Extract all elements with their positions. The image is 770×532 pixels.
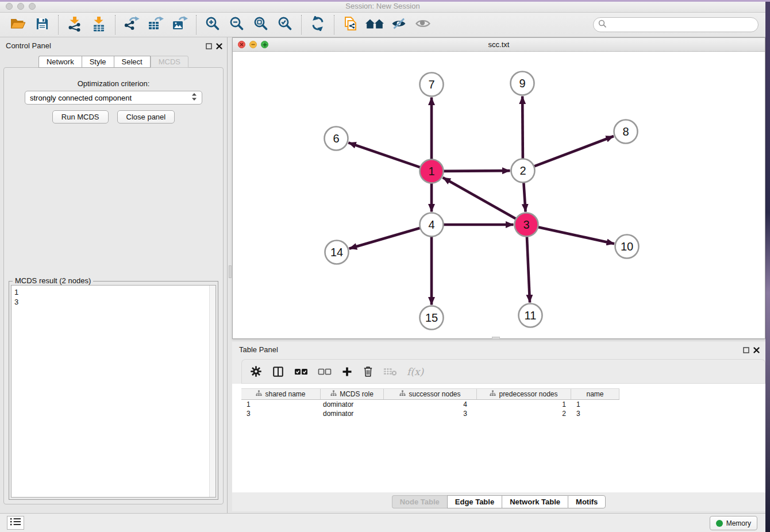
tab-mcds[interactable]: MCDS bbox=[151, 56, 188, 68]
graph-edge-2-3[interactable] bbox=[523, 182, 525, 211]
close-panel-icon[interactable] bbox=[216, 41, 222, 52]
column-header-name[interactable]: name bbox=[571, 389, 619, 399]
graph-node-15[interactable]: 15 bbox=[420, 306, 444, 330]
add-column-icon[interactable] bbox=[341, 366, 353, 377]
run-mcds-button[interactable]: Run MCDS bbox=[52, 110, 109, 124]
refresh-view-button[interactable] bbox=[306, 14, 330, 35]
delete-column-trash-icon[interactable] bbox=[363, 365, 374, 377]
column-header-successor-nodes[interactable]: successor nodes bbox=[384, 389, 477, 399]
search-box[interactable] bbox=[593, 17, 759, 32]
criterion-select[interactable]: strongly connected component bbox=[25, 91, 202, 105]
show-graphics-details-button[interactable] bbox=[411, 14, 435, 35]
maximize-view-icon[interactable] bbox=[261, 41, 268, 48]
eye-slash-icon bbox=[391, 17, 407, 33]
column-header-predecessor-nodes[interactable]: predecessor nodes bbox=[477, 389, 571, 399]
graph-edge-3-10[interactable] bbox=[538, 227, 614, 244]
result-line: 3 bbox=[14, 297, 213, 307]
network-file-title: scc.txt bbox=[233, 38, 765, 51]
zoom-out-button[interactable] bbox=[225, 14, 249, 35]
import-table-button[interactable] bbox=[87, 14, 111, 35]
graph-node-6[interactable]: 6 bbox=[325, 127, 348, 151]
tab-style[interactable]: Style bbox=[82, 56, 114, 68]
graph-node-11[interactable]: 11 bbox=[519, 304, 542, 327]
new-network-from-selection-button[interactable] bbox=[338, 14, 363, 35]
tab-motifs[interactable]: Motifs bbox=[568, 495, 606, 508]
optimization-criterion-label: Optimization criterion: bbox=[4, 79, 223, 88]
graph-node-8[interactable]: 8 bbox=[614, 120, 638, 144]
export-network-button[interactable] bbox=[120, 14, 144, 35]
column-header-shared-name[interactable]: shared name bbox=[241, 389, 321, 399]
result-scrollbar[interactable] bbox=[209, 286, 215, 497]
graph-edge-1-6[interactable] bbox=[348, 142, 420, 167]
tab-select[interactable]: Select bbox=[114, 56, 151, 68]
unselect-all-rows-icon[interactable] bbox=[318, 368, 332, 376]
float-panel-icon[interactable] bbox=[743, 345, 749, 356]
graph-edge-3-11[interactable] bbox=[527, 236, 530, 302]
export-table-button[interactable] bbox=[144, 14, 168, 35]
minimize-view-icon[interactable] bbox=[249, 41, 257, 48]
desktop-wallpaper-strip bbox=[765, 0, 770, 532]
tab-node-table[interactable]: Node Table bbox=[392, 495, 447, 508]
export-image-button[interactable] bbox=[168, 14, 192, 35]
settings-gear-icon[interactable] bbox=[250, 365, 262, 377]
maximize-window-light[interactable] bbox=[29, 3, 36, 10]
network-window-titlebar[interactable]: scc.txt bbox=[233, 38, 765, 52]
graph-node-7[interactable]: 7 bbox=[420, 73, 444, 97]
import-table-icon bbox=[91, 16, 106, 34]
zoom-selected-button[interactable] bbox=[273, 14, 297, 35]
tab-edge-table[interactable]: Edge Table bbox=[447, 495, 502, 508]
select-all-rows-icon[interactable] bbox=[294, 368, 308, 376]
save-session-button[interactable] bbox=[30, 14, 54, 35]
close-view-icon[interactable] bbox=[238, 41, 245, 48]
graph-node-2[interactable]: 2 bbox=[511, 159, 535, 183]
zoom-in-button[interactable] bbox=[201, 14, 225, 35]
column-header-mcds-role[interactable]: MCDS role bbox=[321, 389, 384, 399]
criterion-value: strongly connected component bbox=[30, 94, 132, 102]
memory-label: Memory bbox=[726, 519, 751, 527]
task-history-button[interactable] bbox=[7, 516, 24, 530]
apply-function-icon[interactable]: f(x) bbox=[407, 366, 424, 377]
delete-table-icon[interactable] bbox=[383, 367, 397, 376]
network-view-window: scc.txt 7968124314101511 bbox=[232, 37, 765, 339]
toggle-columns-icon[interactable] bbox=[272, 365, 284, 378]
reset-home-button[interactable] bbox=[363, 14, 387, 35]
mcds-result-group: MCDS result (2 nodes) 1 3 bbox=[9, 281, 218, 500]
table-row[interactable]: 3 dominator 3 2 3 bbox=[241, 409, 619, 418]
graph-edge-3-1[interactable] bbox=[443, 178, 517, 219]
open-session-button[interactable] bbox=[6, 14, 30, 35]
tree-icon bbox=[330, 390, 337, 398]
session-title: Session: New Session bbox=[0, 0, 765, 12]
mcds-result-text[interactable]: 1 3 bbox=[11, 285, 216, 498]
graph-node-3[interactable]: 3 bbox=[515, 213, 538, 237]
horizontal-splitter-handle[interactable] bbox=[492, 337, 500, 340]
import-network-button[interactable] bbox=[63, 14, 87, 35]
network-graph[interactable]: 7968124314101511 bbox=[233, 52, 765, 338]
import-network-icon bbox=[67, 16, 82, 34]
tab-network-table[interactable]: Network Table bbox=[502, 495, 568, 508]
minimize-window-light[interactable] bbox=[17, 3, 24, 10]
panel-splitter-handle[interactable] bbox=[229, 265, 232, 278]
search-input[interactable] bbox=[607, 19, 758, 30]
graph-node-1[interactable]: 1 bbox=[420, 160, 444, 183]
close-panel-button[interactable]: Close panel bbox=[117, 110, 175, 124]
graph-edge-2-8[interactable] bbox=[534, 136, 614, 167]
zoom-fit-button[interactable] bbox=[249, 14, 273, 35]
graph-edge-2-9[interactable] bbox=[522, 96, 523, 159]
graph-node-9[interactable]: 9 bbox=[511, 72, 534, 95]
tab-network[interactable]: Network bbox=[38, 56, 82, 68]
window-top-accent bbox=[0, 0, 770, 2]
memory-button[interactable]: Memory bbox=[710, 516, 757, 530]
graph-edge-4-14[interactable] bbox=[349, 228, 421, 249]
refresh-icon bbox=[310, 16, 325, 33]
svg-text:3: 3 bbox=[523, 218, 529, 231]
float-panel-icon[interactable] bbox=[206, 41, 212, 52]
close-panel-icon[interactable] bbox=[753, 345, 760, 356]
close-window-light[interactable] bbox=[6, 3, 13, 10]
double-house-icon bbox=[365, 17, 384, 33]
graph-node-10[interactable]: 10 bbox=[615, 235, 639, 259]
graph-node-14[interactable]: 14 bbox=[325, 241, 349, 264]
hide-graphics-details-button[interactable] bbox=[387, 14, 411, 35]
table-row[interactable]: 1 dominator 4 1 1 bbox=[241, 400, 619, 409]
graph-edge-1-2[interactable] bbox=[443, 171, 510, 171]
graph-node-4[interactable]: 4 bbox=[420, 213, 444, 237]
